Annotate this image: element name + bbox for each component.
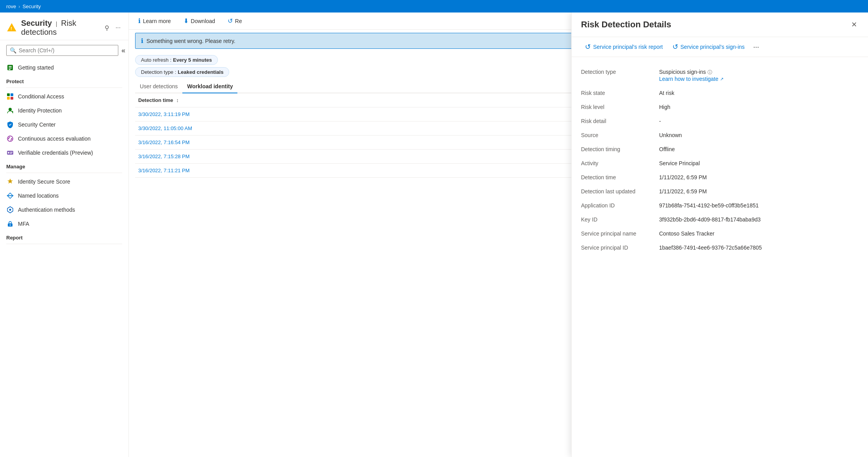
detail-label-8: Detection last updated xyxy=(581,184,659,198)
detail-nav: ↺ Service principal's risk report ↺ Serv… xyxy=(572,37,868,57)
report-section-label: Report xyxy=(0,231,128,242)
verifiable-credentials-label: Verifiable credentials (Preview) xyxy=(18,150,93,156)
detail-label-4: Source xyxy=(581,128,659,142)
tab-workload-identity[interactable]: Workload identity xyxy=(182,80,237,93)
sidebar-item-verifiable-credentials[interactable]: Verifiable credentials (Preview) xyxy=(0,146,128,160)
refresh-button[interactable]: ↺ Re xyxy=(225,16,245,26)
detail-value-9: 971b68fa-7541-4192-be59-c0ff3b5e1851 xyxy=(659,198,859,212)
detail-value-12: 1baef386-7491-4ee6-9376-72c5a66e7805 xyxy=(659,241,859,255)
detail-nav-more-button[interactable]: ··· xyxy=(750,41,762,53)
info-circle-icon[interactable]: ⓘ xyxy=(708,70,712,75)
info-icon-bar: ℹ xyxy=(141,37,143,45)
sort-icon-detection-time: ↕ xyxy=(176,97,179,103)
detection-time-link[interactable]: 3/16/2022, 7:15:28 PM xyxy=(138,154,190,159)
col-detection-time[interactable]: Detection time ↕ xyxy=(135,93,577,107)
sidebar-item-identity-protection[interactable]: Identity Protection xyxy=(0,104,128,118)
svg-marker-18 xyxy=(7,196,13,198)
breadcrumb: rove › Security xyxy=(6,4,41,9)
svg-rect-6 xyxy=(11,93,13,96)
detail-label-5: Detection timing xyxy=(581,142,659,156)
cae-icon xyxy=(6,135,14,143)
svg-text:!: ! xyxy=(11,26,12,31)
mfa-label: MFA xyxy=(18,221,29,227)
sidebar-item-mfa[interactable]: MFA xyxy=(0,217,128,231)
sidebar-item-identity-secure-score[interactable]: Identity Secure Score xyxy=(0,175,128,189)
detail-label-7: Detection time xyxy=(581,170,659,184)
collapse-sidebar-button[interactable]: « xyxy=(118,45,128,56)
detection-time-link[interactable]: 3/30/2022, 3:11:19 PM xyxy=(138,111,190,117)
detail-value-10: 3f932b5b-2bd6-4d09-8817-fb174baba9d3 xyxy=(659,212,859,227)
breadcrumb-rove[interactable]: rove xyxy=(6,4,16,9)
auto-refresh-filter[interactable]: Auto refresh : Every 5 minutes xyxy=(135,55,218,65)
detail-label-10: Key ID xyxy=(581,212,659,227)
sidebar-item-security-center[interactable]: Security Center xyxy=(0,118,128,132)
sidebar-item-conditional-access[interactable]: Conditional Access xyxy=(0,89,128,104)
nav-item-getting-started[interactable]: Getting started xyxy=(0,61,128,75)
detail-label-6: Activity xyxy=(581,156,659,170)
named-locations-label: Named locations xyxy=(18,193,59,199)
detail-label-11: Service principal name xyxy=(581,227,659,241)
svg-rect-15 xyxy=(10,152,12,153)
mfa-icon xyxy=(6,220,14,228)
sidebar-item-auth-methods[interactable]: Authentication methods xyxy=(0,203,128,217)
header-icons: ⚲ ··· xyxy=(103,23,122,33)
identity-secure-score-icon xyxy=(6,178,14,186)
svg-rect-8 xyxy=(11,97,13,100)
detail-value-2: High xyxy=(659,100,859,114)
sign-ins-nav-button[interactable]: ↺ Service principal's sign-ins xyxy=(668,40,749,54)
detail-label-9: Application ID xyxy=(581,198,659,212)
detail-panel-title: Risk Detection Details xyxy=(581,20,671,30)
svg-point-14 xyxy=(8,152,9,154)
conditional-access-label: Conditional Access xyxy=(18,93,64,100)
detail-value-0: Suspicious sign-insⓘLearn how to investi… xyxy=(659,65,859,86)
sign-ins-label: Service principal's sign-ins xyxy=(681,44,745,50)
svg-marker-17 xyxy=(7,193,13,196)
search-input[interactable] xyxy=(19,47,115,54)
getting-started-icon xyxy=(6,64,14,71)
search-icon: 🔍 xyxy=(10,47,16,54)
detection-time-link[interactable]: 3/16/2022, 7:11:21 PM xyxy=(138,168,190,173)
main-layout: ! Security | Risk detections ⚲ ··· 🔍 « xyxy=(0,12,868,457)
detail-value-3: - xyxy=(659,114,859,128)
detail-label-3: Risk detail xyxy=(581,114,659,128)
manage-section-label: Manage xyxy=(0,160,128,171)
learn-more-button[interactable]: ℹ Learn more xyxy=(135,16,174,26)
detail-close-button[interactable]: ✕ xyxy=(850,19,859,30)
protect-section-label: Protect xyxy=(0,75,128,86)
conditional-access-icon xyxy=(6,93,14,100)
top-bar: rove › Security xyxy=(0,0,868,12)
detection-type-filter[interactable]: Detection type : Leaked credentials xyxy=(135,67,229,77)
manage-divider xyxy=(6,173,122,173)
detail-label-2: Risk level xyxy=(581,100,659,114)
sidebar-item-cae[interactable]: Continuous access evaluation xyxy=(0,132,128,146)
detection-time-link[interactable]: 3/30/2022, 11:05:00 AM xyxy=(138,125,192,131)
sign-ins-icon: ↺ xyxy=(672,43,678,51)
detection-time-link[interactable]: 3/16/2022, 7:16:54 PM xyxy=(138,139,190,145)
risk-report-nav-button[interactable]: ↺ Service principal's risk report xyxy=(581,40,667,54)
svg-rect-3 xyxy=(9,68,12,68)
page-title: Security xyxy=(21,19,52,27)
more-options-button[interactable]: ··· xyxy=(114,23,122,33)
detail-value-5: Offline xyxy=(659,142,859,156)
identity-secure-score-label: Identity Secure Score xyxy=(18,179,70,185)
detail-value-8: 1/11/2022, 6:59 PM xyxy=(659,184,859,198)
identity-protection-icon xyxy=(6,107,14,114)
download-button[interactable]: ⬇ Download xyxy=(180,16,218,26)
breadcrumb-separator: › xyxy=(18,4,20,9)
download-icon: ⬇ xyxy=(184,17,189,25)
svg-point-22 xyxy=(10,225,11,226)
tab-user-detections[interactable]: User detections xyxy=(135,80,182,93)
detail-label-1: Risk state xyxy=(581,86,659,100)
protect-divider xyxy=(6,87,122,88)
sidebar-item-named-locations[interactable]: Named locations xyxy=(0,189,128,203)
content-area: ℹ Learn more ⬇ Download ↺ Re ℹ Something… xyxy=(129,12,868,457)
warning-icon: ! xyxy=(6,21,17,34)
pin-button[interactable]: ⚲ xyxy=(103,23,111,33)
auth-methods-icon xyxy=(6,206,14,214)
detail-panel: Risk Detection Details ✕ ↺ Service princ… xyxy=(571,12,868,457)
breadcrumb-security[interactable]: Security xyxy=(23,4,41,9)
cae-label: Continuous access evaluation xyxy=(18,136,91,142)
named-locations-icon xyxy=(6,192,14,200)
sidebar: ! Security | Risk detections ⚲ ··· 🔍 « xyxy=(0,12,129,457)
detail-link-0[interactable]: Learn how to investigate ↗ xyxy=(659,76,859,82)
